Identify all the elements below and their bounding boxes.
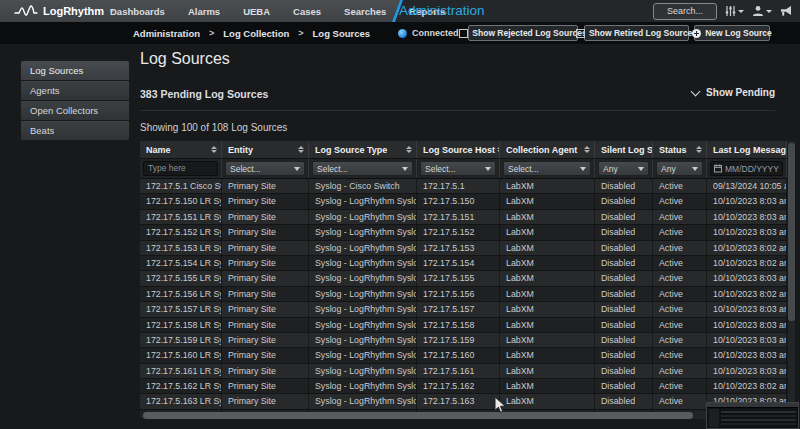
filter-select-log-source-host[interactable]: Select... [420,161,496,176]
sort-icon[interactable] [211,146,217,153]
cell-last-log-message: 10/10/2023 8:03 am [707,348,787,363]
breadcrumb-item-log-collection[interactable]: Log Collection [223,28,289,39]
nav-item-cases[interactable]: Cases [293,6,321,17]
sort-icon[interactable] [584,146,590,153]
vertical-scrollbar-thumb[interactable] [788,143,795,321]
announcements-button[interactable] [780,5,793,17]
connection-status: Connected [398,22,459,44]
logrhythm-logo[interactable]: LogRhythm ™ [14,0,114,22]
breadcrumb-item-log-sources[interactable]: Log Sources [313,28,371,39]
filter-select-status[interactable]: Any [656,161,703,176]
nav-item-administration[interactable]: Administration [399,0,485,22]
breadcrumb-item-administration[interactable]: Administration [133,28,200,39]
nav-item-alarms[interactable]: Alarms [188,6,220,17]
preview-line [721,415,796,417]
show-rejected-log-sources-button[interactable]: Show Rejected Log Sources [468,25,578,41]
column-header-silent-log-s[interactable]: Silent Log S... [595,141,653,158]
date-filter-last-log-message[interactable]: MM/DD/YYYY [710,161,783,176]
table-row[interactable]: 172.17.5.1 Cisco Swit...Primary SiteSysl… [140,179,787,194]
showing-count-label: Showing 100 of 108 Log Sources [140,122,287,133]
cell-status: Active [653,333,707,348]
table-row[interactable]: 172.17.5.157 LR Sysl...Primary SiteSyslo… [140,302,787,317]
sliders-icon [725,5,736,17]
cell-name: 172.17.5.162 LR Sysl... [140,379,222,394]
sort-icon[interactable] [696,146,702,153]
new-log-source-button[interactable]: New Log Source [694,25,770,41]
table-row[interactable]: 172.17.5.151 LR Sysl...Primary SiteSyslo… [140,210,787,225]
table-row[interactable]: 172.17.5.162 LR Sysl...Primary SiteSyslo… [140,379,787,394]
cell-collection-agent: LabXM [500,394,595,409]
column-header-name[interactable]: Name [140,141,222,158]
cell-log-source-type: Syslog - LogRhythm Syslog Ge... [309,256,417,271]
page-title: Log Sources [140,50,230,68]
nav-item-dashboards[interactable]: Dashboards [110,6,165,17]
chevron-down-icon [738,10,744,13]
column-header-collection-agent[interactable]: Collection Agent [500,141,595,158]
column-header-entity[interactable]: Entity [222,141,309,158]
cell-name: 172.17.5.158 LR Sysl... [140,318,222,333]
table-row[interactable]: 172.17.5.161 LR Sysl...Primary SiteSyslo… [140,364,787,379]
table-row[interactable]: 172.17.5.156 LR Sysl...Primary SiteSyslo… [140,287,787,302]
sidebar-item-agents[interactable]: Agents [21,81,129,101]
filter-input-name[interactable]: Type here [143,161,218,176]
cell-status: Active [653,194,707,209]
breadcrumb-separator: > [298,28,303,38]
sidebar-item-beats[interactable]: Beats [21,121,129,140]
horizontal-scrollbar-thumb[interactable] [143,412,693,419]
show-retired-log-sources-button[interactable]: Show Retired Log Sources [584,25,689,41]
cell-log-source-host: 172.17.5.160 [417,348,500,363]
filter-select-value: Select... [508,164,539,174]
nav-item-ueba[interactable]: UEBA [243,6,270,17]
filter-select-collection-agent[interactable]: Select... [503,161,591,176]
sort-icon[interactable] [406,146,412,153]
column-header-status[interactable]: Status [653,141,707,158]
column-header-log-source-type[interactable]: Log Source Type [309,141,417,158]
user-menu-button[interactable] [752,5,772,17]
cell-last-log-message: 10/10/2023 8:03 am [707,271,787,286]
nav-item-searches[interactable]: Searches [344,6,386,17]
table-row[interactable]: 172.17.5.152 LR Sysl...Primary SiteSyslo… [140,225,787,240]
screen-preview-overlay[interactable] [706,402,799,429]
cell-name: 172.17.5.159 LR Sysl... [140,333,222,348]
sort-down-arrow [584,150,590,153]
table-row[interactable]: 172.17.5.159 LR Sysl...Primary SiteSyslo… [140,333,787,348]
table-row[interactable]: 172.17.5.160 LR Sysl...Primary SiteSyslo… [140,348,787,363]
table-row[interactable]: 172.17.5.163 LR Sysl...Primary SiteSyslo… [140,394,787,409]
preview-line [721,419,796,421]
show-pending-toggle[interactable]: Show Pending [692,87,775,98]
table-row[interactable]: 172.17.5.154 LR Sysl...Primary SiteSyslo… [140,256,787,271]
chevron-down-icon [402,167,408,171]
column-label: Entity [228,145,253,155]
table-row[interactable]: 172.17.5.150 LR Sysl...Primary SiteSyslo… [140,194,787,209]
checkbox-icon [459,29,468,38]
filters-menu-button[interactable] [725,5,744,17]
table-filter-row: Type hereSelect...Select...Select...Sele… [140,159,787,179]
cell-last-log-message: 10/10/2023 8:03 am [707,318,787,333]
column-header-last-log-message[interactable]: Last Log Message [707,141,787,158]
table-row[interactable]: 172.17.5.158 LR Sysl...Primary SiteSyslo… [140,318,787,333]
cell-log-source-type: Syslog - LogRhythm Syslog Ge... [309,348,417,363]
filter-select-log-source-type[interactable]: Select... [312,161,413,176]
sort-icon[interactable] [298,146,304,153]
cell-log-source-host: 172.17.5.155 [417,271,500,286]
connected-status-icon [398,29,407,38]
cell-silent-log-s: Disabled [595,210,653,225]
cell-log-source-host: 172.17.5.158 [417,318,500,333]
section-divider [140,110,775,111]
filter-select-entity[interactable]: Select... [225,161,305,176]
table-row[interactable]: 172.17.5.155 LR Sysl...Primary SiteSyslo… [140,271,787,286]
preview-line [721,411,796,413]
sidebar-item-log-sources[interactable]: Log Sources [21,61,129,81]
sidebar-item-open-collectors[interactable]: Open Collectors [21,101,129,121]
cell-silent-log-s: Disabled [595,179,653,194]
table-row[interactable]: 172.17.5.153 LR Sysl...Primary SiteSyslo… [140,241,787,256]
cell-name: 172.17.5.153 LR Sysl... [140,241,222,256]
cell-name: 172.17.5.160 LR Sysl... [140,348,222,363]
search-button[interactable]: Search... [653,3,717,20]
cell-log-source-host: 172.17.5.153 [417,241,500,256]
column-header-log-source-host[interactable]: Log Source Host [417,141,500,158]
column-label: Status [659,145,687,155]
filter-select-silent-log-s[interactable]: Any [598,161,649,176]
show-pending-label: Show Pending [706,87,775,98]
cell-silent-log-s: Disabled [595,271,653,286]
